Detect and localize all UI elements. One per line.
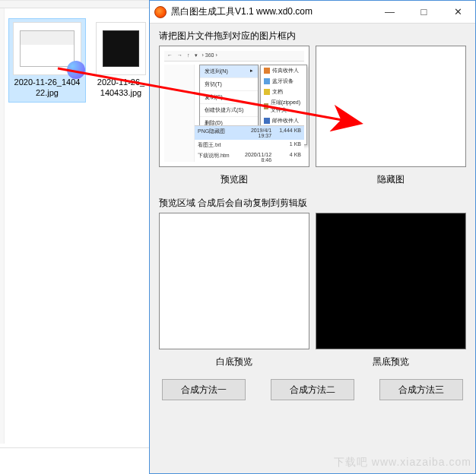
- file-item-1[interactable]: 2020-11-26_140422.jpg: [9, 19, 85, 102]
- app-window: 黑白图生成工具V1.1 www.xd0.com — □ ✕ 请把图片文件拖到对应…: [149, 0, 476, 474]
- hidden-drop-zone[interactable]: [316, 46, 466, 167]
- file-explorer-background: 2020-11-26_140422.jpg 2020-11-26_140433.…: [0, 0, 149, 474]
- compose-method-2-button[interactable]: 合成方法二: [271, 379, 354, 400]
- app-icon: [154, 6, 167, 18]
- app-body: 请把图片文件拖到对应的图片框内 ←→↑▾› 360 › 发送到(N)▸ 剪切(T…: [150, 24, 475, 473]
- file-list: PNG隐藏图2019/4/1 19:371,444 KB 看图王.txt1 KB…: [195, 125, 304, 162]
- titlebar[interactable]: 黑白图生成工具V1.1 www.xd0.com — □ ✕: [150, 1, 475, 24]
- compose-method-1-button[interactable]: 合成方法一: [162, 379, 246, 400]
- file-label: 2020-11-26_140433.jpg: [93, 77, 149, 102]
- preview-caption: 预览图: [159, 170, 309, 189]
- maximize-icon: □: [421, 6, 427, 17]
- window-title: 黑白图生成工具V1.1 www.xd0.com: [171, 5, 373, 18]
- file-label: 2020-11-26_140422.jpg: [9, 77, 85, 102]
- divider: [0, 447, 149, 448]
- white-preview-box[interactable]: [159, 213, 309, 349]
- maximize-button[interactable]: □: [407, 1, 441, 24]
- preview-area-label: 预览区域 合成后会自动复制到剪辑版: [159, 197, 466, 210]
- black-preview-box[interactable]: [316, 213, 466, 349]
- compose-method-3-button[interactable]: 合成方法三: [379, 379, 463, 400]
- white-preview-caption: 白底预览: [159, 352, 309, 371]
- watermark: 下载吧 www.xiazaiba.com: [334, 456, 471, 469]
- file-thumbnail: [96, 22, 146, 75]
- file-thumbnail: [13, 22, 81, 75]
- folder-toolbar: [0, 1, 149, 8]
- close-icon: ✕: [454, 6, 462, 17]
- folder-sidepanel: [0, 8, 5, 444]
- preview-drop-zone[interactable]: ←→↑▾› 360 › 发送到(N)▸ 剪切(T) 复制(C) 创建快捷方式(S…: [159, 46, 309, 167]
- close-button[interactable]: ✕: [441, 1, 475, 24]
- black-preview-caption: 黑底预览: [316, 352, 466, 371]
- app-badge-icon: [67, 61, 85, 79]
- minimize-icon: —: [385, 6, 395, 17]
- drop-instruction-label: 请把图片文件拖到对应的图片框内: [159, 30, 466, 43]
- dropped-image-preview: ←→↑▾› 360 › 发送到(N)▸ 剪切(T) 复制(C) 创建快捷方式(S…: [164, 51, 304, 162]
- hidden-caption: 隐藏图: [316, 170, 466, 189]
- minimize-button[interactable]: —: [373, 1, 407, 24]
- file-item-2[interactable]: 2020-11-26_140433.jpg: [93, 19, 149, 102]
